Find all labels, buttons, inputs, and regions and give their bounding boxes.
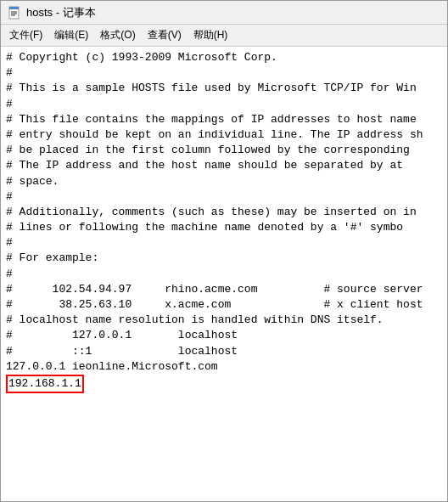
text-line: # ::1 localhost: [6, 344, 442, 359]
highlighted-line: 192.168.1.1: [6, 375, 84, 393]
text-line: # 38.25.63.10 x.acme.com # x client host: [6, 297, 442, 313]
text-line: # 102.54.94.97 rhino.acme.com # source s…: [6, 282, 442, 297]
text-line: # This is a sample HOSTS file used by Mi…: [6, 81, 442, 96]
notepad-window: hosts - 记事本 文件(F) 编辑(E) 格式(O) 查看(V) 帮助(H…: [0, 0, 448, 502]
title-bar: hosts - 记事本: [1, 1, 447, 25]
text-line: #: [6, 235, 442, 251]
svg-rect-1: [9, 7, 19, 9]
text-line: # lines or following the machine name de…: [6, 220, 442, 235]
text-line: # space.: [6, 174, 442, 189]
text-line: #: [6, 97, 442, 112]
menu-view[interactable]: 查看(V): [143, 26, 187, 44]
menu-format[interactable]: 格式(O): [95, 26, 140, 44]
text-line: #: [6, 267, 442, 282]
menu-bar: 文件(F) 编辑(E) 格式(O) 查看(V) 帮助(H): [1, 25, 447, 47]
menu-file[interactable]: 文件(F): [4, 26, 48, 44]
text-line: # 127.0.0.1 localhost: [6, 328, 442, 343]
text-line: #: [6, 189, 442, 205]
text-line: # be placed in the first column followed…: [6, 143, 442, 158]
window-title: hosts - 记事本: [26, 5, 96, 20]
text-line: 127.0.0.1 ieonline.Microsoft.com: [6, 359, 442, 375]
text-line: # Copyright (c) 1993-2009 Microsoft Corp…: [6, 50, 442, 65]
menu-edit[interactable]: 编辑(E): [49, 26, 93, 44]
text-content[interactable]: # Copyright (c) 1993-2009 Microsoft Corp…: [1, 47, 447, 501]
text-line: # This file contains the mappings of IP …: [6, 112, 442, 127]
text-line: # For example:: [6, 251, 442, 266]
text-line: # entry should be kept on an individual …: [6, 127, 442, 143]
notepad-icon: [8, 6, 21, 20]
text-line: 192.168.1.1: [6, 375, 442, 393]
text-line: # Additionally, comments (such as these)…: [6, 205, 442, 220]
text-line: #: [6, 65, 442, 81]
menu-help[interactable]: 帮助(H): [188, 26, 233, 44]
text-line: # localhost name resolution is handled w…: [6, 313, 442, 328]
text-line: # The IP address and the host name shoul…: [6, 158, 442, 173]
